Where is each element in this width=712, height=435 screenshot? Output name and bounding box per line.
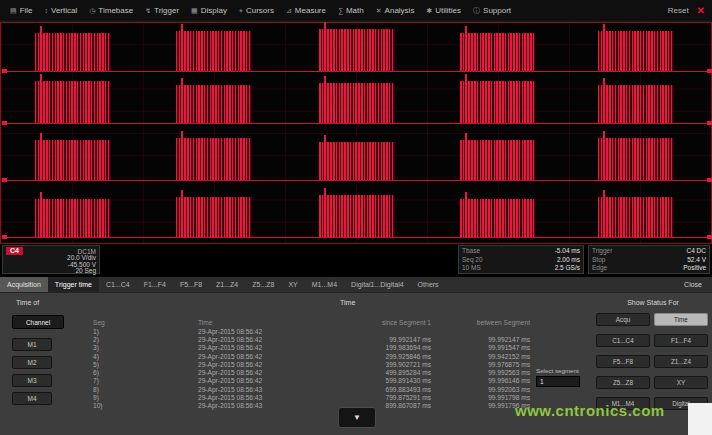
table-row[interactable]: 10)29-Apr-2015 08:56:43899.867087 ms99.9… (70, 402, 530, 410)
app-close-icon[interactable]: ✕ (697, 5, 708, 16)
waveform-segment (176, 85, 252, 123)
menu-item-vertical[interactable]: ↕Vertical (39, 0, 84, 21)
waveform-display[interactable] (0, 22, 712, 244)
status-button-xy[interactable]: XY (654, 376, 708, 389)
trace-edge-marker (707, 235, 712, 239)
trigger-icon: ↯ (145, 7, 151, 15)
menu-item-math[interactable]: ∑Math (332, 0, 370, 21)
menu-item-support[interactable]: ⓘSupport (467, 0, 517, 21)
status-button-z1-z4[interactable]: Z1...Z4 (654, 355, 708, 368)
channel-segments: 20 Seg (6, 268, 96, 275)
waveform-segment (319, 29, 395, 71)
segment-baseline (2, 71, 710, 72)
waveform-spike (603, 131, 605, 180)
tab-xy[interactable]: XY (281, 277, 304, 292)
chevron-down-icon: ▼ (353, 413, 361, 422)
table-cell: 2) (70, 336, 180, 343)
tab-m1-m4[interactable]: M1...M4 (305, 277, 344, 292)
menu-item-timebase[interactable]: ◷Timebase (83, 0, 139, 21)
waveform-spike (40, 26, 42, 71)
waveform-spike (181, 24, 183, 71)
waveform-segment (460, 140, 536, 180)
tab-z5-z8[interactable]: Z5...Z8 (245, 277, 281, 292)
reset-button[interactable]: Reset (668, 6, 689, 15)
menu-right: Reset ✕ (668, 5, 708, 16)
memory-button-m3[interactable]: M3 (12, 374, 52, 387)
table-row[interactable]: 9)29-Apr-2015 08:56:43799.875291 ms99.99… (70, 393, 530, 401)
tab-others[interactable]: Others (411, 277, 446, 292)
menu-item-file[interactable]: ▤File (4, 0, 39, 21)
waveform-segment (176, 197, 252, 237)
status-button-z5-z8[interactable]: Z5...Z8 (596, 376, 650, 389)
time-section-header: Time (340, 299, 355, 306)
tbase-label: Tbase (462, 247, 480, 256)
table-cell: 99.991547 ms (435, 344, 530, 351)
status-button-c1-c4[interactable]: C1...C4 (596, 334, 650, 347)
trigger-type: Edge (592, 264, 607, 273)
status-button-f5-f8[interactable]: F5...F8 (596, 355, 650, 368)
tab-trigger-time[interactable]: Trigger time (48, 277, 99, 292)
menu-item-cursors[interactable]: ⌖Cursors (233, 0, 280, 21)
status-button-f1-f4[interactable]: F1...F4 (654, 334, 708, 347)
tab-z1-z4[interactable]: Z1...Z4 (209, 277, 245, 292)
trace-edge-marker (707, 178, 712, 182)
waveform-segment (35, 140, 111, 180)
menu-item-display[interactable]: ▦Display (185, 0, 233, 21)
menu-item-trigger[interactable]: ↯Trigger (139, 0, 185, 21)
waveform-spike (40, 133, 42, 180)
memory-button-m1[interactable]: M1 (12, 338, 52, 351)
tab-acquisition[interactable]: Acquisition (0, 277, 48, 292)
dialog-close-button[interactable]: Close (674, 277, 712, 292)
menu-item-analysis[interactable]: ✕Analysis (370, 0, 421, 21)
table-row[interactable]: 1)29-Apr-2015 08:56:42 (70, 327, 530, 335)
menu-item-label: Analysis (385, 6, 415, 15)
waveform-segment (176, 31, 252, 71)
select-segment-input[interactable]: 1 (536, 376, 580, 387)
channel-source-button[interactable]: Channel (12, 315, 64, 329)
trigger-source: C4 DC (686, 247, 706, 256)
table-row[interactable]: 6)29-Apr-2015 08:56:42499.895284 ms99.99… (70, 368, 530, 376)
support-icon: ⓘ (473, 6, 480, 16)
table-row[interactable]: 7)29-Apr-2015 08:56:42599.891430 ms99.99… (70, 377, 530, 385)
table-cell: 8) (70, 386, 180, 393)
waveform-spike (181, 190, 183, 237)
menu-bar: ▤File↕Vertical◷Timebase↯Trigger▦Display⌖… (0, 0, 712, 22)
table-cell: 29-Apr-2015 08:56:42 (180, 369, 310, 376)
table-row[interactable]: 2)29-Apr-2015 08:56:4299.992147 ms99.992… (70, 335, 530, 343)
measure-icon: ⊿ (286, 7, 292, 15)
table-row[interactable]: 4)29-Apr-2015 08:56:42299.925846 ms99.94… (70, 352, 530, 360)
waveform-spike (40, 74, 42, 123)
table-row[interactable]: 3)29-Apr-2015 08:56:42199.983694 ms99.99… (70, 344, 530, 352)
table-cell: 29-Apr-2015 08:56:42 (180, 328, 310, 335)
menu-item-utilities[interactable]: ✱Utilities (420, 0, 467, 21)
menu-item-label: Display (201, 6, 227, 15)
table-cell: 3) (70, 344, 180, 351)
channel-descriptor-c4[interactable]: C4 DC1M 20.0 V/div -45.500 V 20 Seg (2, 245, 100, 274)
waveform-segment (460, 81, 536, 123)
menu-item-label: Support (483, 6, 511, 15)
waveform-spike (465, 74, 467, 123)
trigger-descriptor[interactable]: TriggerC4 DC Stop52.4 V EdgePositive (588, 245, 710, 274)
tab-digital1-digital4[interactable]: Digital1...Digital4 (344, 277, 411, 292)
memory-button-m2[interactable]: M2 (12, 356, 52, 369)
memory-button-m4[interactable]: M4 (12, 392, 52, 405)
show-status-buttons: AcquTimeC1...C4F1...F4F5...F8Z1...Z4Z5..… (596, 313, 708, 410)
tbase-rate: 2.5 GS/s (555, 264, 580, 273)
menu-item-measure[interactable]: ⊿Measure (280, 0, 332, 21)
waveform-segment (598, 31, 674, 71)
tab-f1-f4[interactable]: F1...F4 (137, 277, 173, 292)
table-row[interactable]: 8)29-Apr-2015 08:56:43699.883493 ms99.99… (70, 385, 530, 393)
status-button-acqu[interactable]: Acqu (596, 313, 650, 326)
waveform-segment (598, 197, 674, 237)
trigger-label: Trigger (592, 247, 612, 256)
hide-dialog-button[interactable]: ▼ (338, 407, 376, 428)
table-cell: 99.976875 ms (435, 361, 530, 368)
segment-time-table[interactable]: SegTimesince Segment 1between Segment1)2… (70, 317, 530, 410)
table-row[interactable]: 5)29-Apr-2015 08:56:42399.902721 ms99.97… (70, 360, 530, 368)
tab-c1-c4[interactable]: C1...C4 (99, 277, 137, 292)
tab-f5-f8[interactable]: F5...F8 (173, 277, 209, 292)
table-cell: 4) (70, 353, 180, 360)
table-cell: 29-Apr-2015 08:56:43 (180, 402, 310, 409)
timebase-descriptor[interactable]: Tbase-5.04 ms Seq 202.00 ms 10 MS2.5 GS/… (458, 245, 584, 274)
status-button-time[interactable]: Time (654, 313, 708, 326)
